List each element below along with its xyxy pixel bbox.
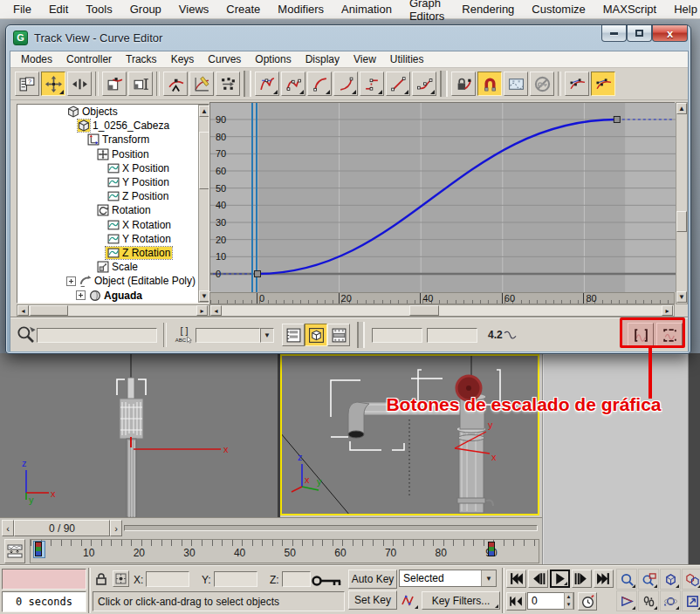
tree-item-y-rotation[interactable]: Y Rotation xyxy=(17,232,197,246)
curve-editor-menu-item[interactable]: Controller xyxy=(59,52,119,66)
tree-item-objects[interactable]: Objects xyxy=(17,105,197,119)
set-tangents-step-button[interactable] xyxy=(360,72,384,96)
tree-item-transform[interactable]: Transform xyxy=(17,133,197,147)
time-slider-handle[interactable]: 0 / 90 xyxy=(14,520,110,536)
track-set-combo[interactable]: ▼ xyxy=(196,328,274,343)
main-menu-item[interactable]: File xyxy=(5,1,39,17)
frame-spinner[interactable]: ▲▼ xyxy=(564,592,573,610)
scroll-down-icon[interactable]: ▼ xyxy=(199,290,209,302)
key-time-field[interactable] xyxy=(372,328,422,343)
graph-time-ruler[interactable]: 020406080 xyxy=(209,292,675,304)
curve-editor-menu-item[interactable]: View xyxy=(347,52,383,66)
key-mode-toggle-button[interactable] xyxy=(506,592,526,611)
tree-item-x-position[interactable]: X Position xyxy=(17,161,197,175)
zoom-extents-button[interactable] xyxy=(660,569,681,590)
trackbar-key-marker[interactable] xyxy=(488,542,495,556)
selection-center-icon[interactable] xyxy=(113,570,129,587)
go-to-start-button[interactable] xyxy=(506,570,526,588)
tree-item-y-position[interactable]: Y Position xyxy=(17,175,197,189)
zoom-selected-icon[interactable] xyxy=(16,324,37,345)
filter-list-button[interactable] xyxy=(282,324,305,346)
main-menu-item[interactable]: Create xyxy=(218,1,268,17)
lock-ui-icon[interactable] xyxy=(93,571,109,590)
maxscript-mini-listener[interactable] xyxy=(2,569,86,590)
set-tangents-linear-button[interactable] xyxy=(386,72,410,96)
curve-editor-menu-item[interactable]: Keys xyxy=(164,52,202,66)
main-menu-item[interactable]: Rendering xyxy=(454,1,522,17)
viewport-front[interactable]: x z y x xyxy=(0,353,278,517)
edit-track-set-icon[interactable]: [ ] ABC xyxy=(173,326,196,345)
walk-through-button[interactable] xyxy=(638,590,659,611)
tree-item-scale[interactable]: Scale xyxy=(17,260,197,274)
set-tangents-fast-button[interactable] xyxy=(307,72,332,96)
play-button[interactable] xyxy=(550,570,570,588)
key-value-field[interactable] xyxy=(427,328,477,343)
main-menu-item[interactable]: MAXScript xyxy=(595,1,664,17)
tree-item-object-editable-poly[interactable]: Object (Editable Poly) xyxy=(17,274,197,288)
viewport-perspective-active[interactable]: y x z x y xyxy=(280,354,539,515)
tree-item-position[interactable]: Position xyxy=(17,147,197,161)
set-key-mode-icon[interactable] xyxy=(400,592,419,610)
expand-icon[interactable] xyxy=(66,276,76,286)
track-name-field[interactable] xyxy=(37,328,157,343)
auto-key-button[interactable]: Auto Key xyxy=(348,570,397,589)
close-button[interactable]: x xyxy=(652,25,688,42)
graph-scrollbar-thumb[interactable] xyxy=(676,211,687,232)
chevron-down-icon[interactable]: ▼ xyxy=(481,570,496,586)
curve-editor-menu-item[interactable]: Display xyxy=(299,52,347,66)
main-menu-item[interactable]: Graph Editors xyxy=(401,0,452,24)
scale-keys-button[interactable] xyxy=(102,72,127,96)
field-of-view-button[interactable] xyxy=(616,590,637,611)
time-slider-prev-icon[interactable]: ‹ xyxy=(2,520,14,536)
param-out-of-range-button[interactable] xyxy=(504,72,528,96)
scale-values-button[interactable] xyxy=(128,72,153,96)
tree-item-aguada[interactable]: Aguada xyxy=(17,288,197,302)
main-menu-item[interactable]: Views xyxy=(171,1,216,17)
tree-scrollbar-thumb[interactable] xyxy=(199,132,209,189)
filter-objects-button[interactable] xyxy=(305,324,327,346)
zoom-button[interactable] xyxy=(616,569,637,590)
tree-item-rotation[interactable]: Rotation xyxy=(17,203,197,217)
minimize-button[interactable] xyxy=(601,25,627,42)
mini-curve-editor-icon[interactable] xyxy=(4,539,25,563)
lock-selection-button[interactable] xyxy=(451,72,476,96)
curve-editor-menu-item[interactable]: Modes xyxy=(14,52,59,66)
main-menu-item[interactable]: Help xyxy=(666,1,700,17)
graph-horizontal-scrollbar[interactable]: ◂ ▸ xyxy=(209,304,675,317)
main-menu-item[interactable]: Modifiers xyxy=(270,1,332,17)
y-coord-field[interactable] xyxy=(214,571,257,587)
show-all-tangents-button[interactable] xyxy=(591,72,615,96)
curve-editor-menu-item[interactable]: Tracks xyxy=(119,52,164,66)
snap-frames-button[interactable] xyxy=(477,72,502,96)
curve-editor-menu-item[interactable]: Utilities xyxy=(383,52,431,66)
go-to-end-button[interactable] xyxy=(594,570,614,588)
graph-vertical-scrollbar[interactable]: ▲ ▼ xyxy=(676,102,688,304)
filter-keys-button[interactable] xyxy=(327,324,350,346)
slide-keys-button[interactable] xyxy=(67,72,92,96)
main-menu-item[interactable]: Animation xyxy=(333,1,400,17)
show-keyable-icons-button[interactable] xyxy=(530,72,554,96)
previous-frame-button[interactable] xyxy=(528,570,548,588)
x-coord-field[interactable] xyxy=(146,571,189,587)
set-tangents-smooth-button[interactable] xyxy=(412,72,436,96)
time-slider-next-icon[interactable]: › xyxy=(110,520,122,536)
set-key-button[interactable]: Set Key xyxy=(348,590,397,610)
draw-curves-button[interactable] xyxy=(189,72,214,96)
function-curve[interactable]: 0102030405060708090 xyxy=(210,103,676,292)
selection-set-combo[interactable]: Selected ▼ xyxy=(399,570,497,587)
next-frame-button[interactable] xyxy=(572,570,592,588)
tree-scrollbar[interactable]: ▲ ▼ xyxy=(198,105,209,303)
time-slider-rail[interactable] xyxy=(124,525,538,531)
curve-editor-menu-item[interactable]: Options xyxy=(248,52,298,66)
add-keys-button[interactable] xyxy=(163,72,188,96)
move-keys-button[interactable] xyxy=(41,72,65,96)
scroll-down-icon[interactable]: ▼ xyxy=(676,291,687,303)
expand-icon[interactable] xyxy=(76,290,86,300)
main-menu-item[interactable]: Tools xyxy=(78,1,120,17)
tree-item-x-rotation[interactable]: X Rotation xyxy=(17,218,197,232)
main-menu-item[interactable]: Group xyxy=(122,1,169,17)
curve-editor-menu-item[interactable]: Curves xyxy=(201,52,248,66)
main-menu-item[interactable]: Edit xyxy=(41,1,76,17)
curve-graph[interactable]: 0102030405060708090 xyxy=(209,102,675,291)
filters-button[interactable]: ? xyxy=(15,72,39,96)
